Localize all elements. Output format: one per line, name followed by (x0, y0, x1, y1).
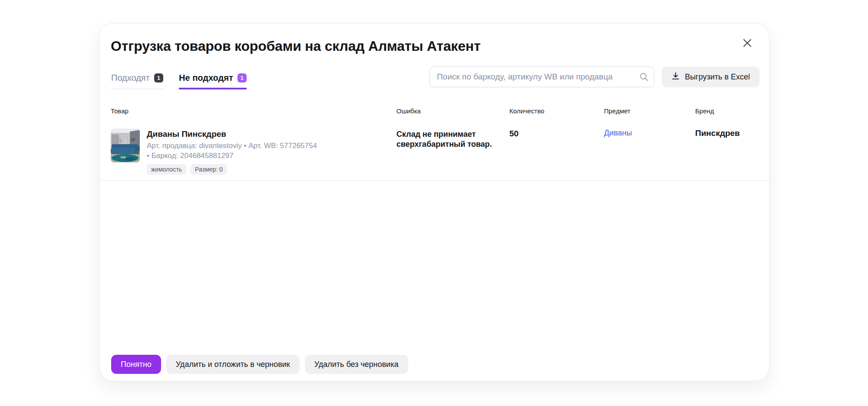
modal-title: Отгрузка товаров коробами на склад Алмат… (111, 37, 759, 55)
column-header-error: Ошибка (396, 107, 509, 115)
tag-size: Размер: 0 (191, 164, 227, 175)
column-header-subject: Предмет (604, 107, 695, 115)
tab-suitable-label: Подходят (111, 73, 150, 83)
tab-suitable-count-badge: 1 (154, 73, 163, 83)
close-button[interactable] (740, 36, 754, 50)
search-input[interactable] (429, 66, 654, 87)
ok-button[interactable]: Понятно (111, 355, 161, 374)
error-text: Склад не принимает сверхгабаритный товар… (396, 129, 501, 175)
product-image (111, 129, 140, 162)
quantity-value: 50 (509, 129, 604, 175)
search-box (429, 66, 654, 87)
empty-area (111, 181, 759, 355)
tab-not-suitable[interactable]: Не подходят 1 (179, 73, 247, 89)
close-icon (742, 37, 753, 50)
shipment-boxes-modal: Отгрузка товаров коробами на склад Алмат… (99, 23, 769, 381)
brand-value: Пинскдрев (695, 129, 759, 175)
export-excel-label: Выгрузить в Excel (685, 73, 750, 82)
product-name: Диваны Пинскдрев (147, 129, 317, 139)
delete-without-draft-button[interactable]: Удалить без черновика (305, 355, 408, 374)
footer-actions: Понятно Удалить и отложить в черновик Уд… (111, 355, 759, 374)
tab-suitable[interactable]: Подходят 1 (111, 73, 163, 89)
table-header: Товар Ошибка Количество Предмет Бренд (111, 107, 759, 115)
subject-cell: Диваны (604, 129, 695, 175)
tab-not-suitable-count-badge: 1 (238, 73, 247, 83)
product-cell: Диваны Пинскдрев Арт. продавца: divantes… (111, 129, 396, 175)
product-details-line1: Арт. продавца: divantestoviy • Арт. WB: … (147, 141, 317, 151)
toolbar: Подходят 1 Не подходят 1 (111, 66, 759, 89)
product-details-line2: • Баркод: 2046845881297 (147, 151, 317, 161)
toolbar-right: Выгрузить в Excel (429, 66, 759, 87)
download-icon (671, 72, 680, 83)
column-header-brand: Бренд (695, 107, 759, 115)
product-info: Диваны Пинскдрев Арт. продавца: divantes… (147, 129, 317, 175)
product-tags: жимолость Размер: 0 (147, 164, 317, 175)
export-excel-button[interactable]: Выгрузить в Excel (662, 66, 759, 87)
column-header-quantity: Количество (509, 107, 604, 115)
subject-link[interactable]: Диваны (604, 129, 632, 137)
table-row: Диваны Пинскдрев Арт. продавца: divantes… (99, 129, 769, 181)
modal-header: Отгрузка товаров коробами на склад Алмат… (111, 37, 759, 55)
page-background: Отгрузка товаров коробами на склад Алмат… (0, 0, 868, 406)
tag-color: жимолость (147, 164, 186, 175)
delete-and-move-to-draft-button[interactable]: Удалить и отложить в черновик (166, 355, 300, 374)
column-header-product: Товар (111, 107, 396, 115)
tab-not-suitable-label: Не подходят (179, 73, 233, 83)
product-details: Арт. продавца: divantestoviy • Арт. WB: … (147, 141, 317, 161)
tabs: Подходят 1 Не подходят 1 (111, 73, 247, 89)
